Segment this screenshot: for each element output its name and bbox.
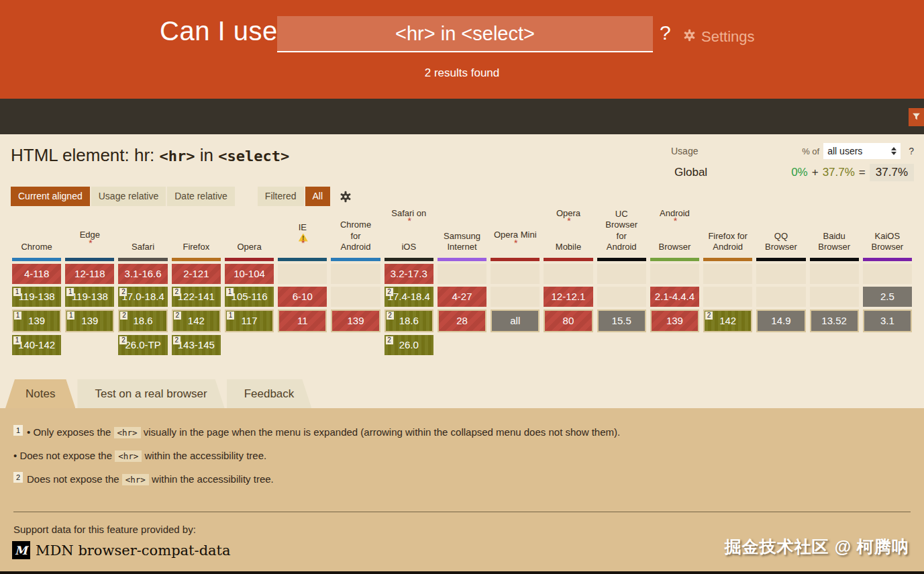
browser-name: KaiOSBrowser — [861, 213, 914, 258]
browser-column: KaiOSBrowser2.53.1 — [861, 213, 914, 355]
browser-name: Safari — [116, 213, 169, 258]
version-cell[interactable]: 18.62 — [118, 309, 167, 332]
version-cell[interactable]: 1422 — [172, 309, 221, 332]
browser-name: SamsungInternet — [435, 213, 489, 258]
browser-name: Chrome — [10, 213, 63, 258]
view-button-usage-relative[interactable]: Usage relative — [91, 187, 166, 206]
version-cell[interactable]: 28 — [438, 309, 486, 332]
asterisk-note-icon: * — [89, 238, 92, 250]
note-item: 1• Only exposes the <hr> visually in the… — [13, 423, 678, 442]
help-icon[interactable]: ? — [660, 21, 671, 44]
note-ref-badge: 1 — [66, 288, 74, 296]
version-cell[interactable]: 26.02 — [384, 335, 433, 355]
view-button-current-aligned[interactable]: Current aligned — [11, 187, 90, 206]
browser-name: Opera — [223, 213, 276, 258]
version-cell[interactable]: 122-1412 — [172, 287, 221, 307]
version-cell[interactable]: 12-118 — [65, 264, 114, 284]
tab-notes[interactable]: Notes — [5, 379, 75, 408]
version-cell[interactable]: 4-27 — [438, 287, 486, 307]
browser-underline — [438, 258, 486, 261]
settings-button[interactable]: Settings — [683, 28, 755, 46]
view-button-date-relative[interactable]: Date relative — [167, 187, 235, 206]
browser-name: Firefox forAndroid — [701, 213, 754, 258]
table-settings-gear-icon[interactable] — [340, 191, 352, 203]
version-cell[interactable]: 13.52 — [810, 309, 859, 332]
version-cell[interactable]: 139 — [650, 309, 699, 332]
version-cell — [756, 264, 805, 284]
version-cell — [278, 264, 327, 284]
version-cell — [331, 287, 380, 307]
asterisk-note-icon: * — [514, 238, 517, 250]
version-cell[interactable]: 105-1161 — [225, 287, 274, 307]
version-cell[interactable]: 4-118 — [12, 264, 61, 284]
version-cell[interactable]: 139 — [331, 309, 380, 332]
filter-button[interactable] — [909, 108, 924, 126]
version-cell[interactable]: 18.62 — [384, 309, 433, 332]
usage-total-pct: 37.7% — [870, 164, 914, 181]
version-cell — [225, 335, 274, 355]
site-title[interactable]: Can I use — [160, 16, 278, 46]
version-cell[interactable]: 140-1421 — [12, 335, 61, 355]
browser-underline — [810, 258, 859, 261]
collapsed-results-band — [0, 99, 924, 134]
note-item: 2Does not expose the <hr> within the acc… — [13, 470, 678, 489]
version-cell[interactable]: 80 — [544, 309, 593, 332]
version-cell[interactable]: 1422 — [703, 309, 752, 332]
version-cell[interactable]: 14.9 — [756, 309, 805, 332]
notes-section: 1• Only exposes the <hr> visually in the… — [0, 408, 924, 572]
version-cell[interactable]: 17.0-18.42 — [118, 287, 167, 307]
percent-of-label: % of — [802, 146, 819, 156]
note-ref-badge: 2 — [174, 312, 181, 320]
note-item: • Does not expose the <hr> within the ac… — [13, 446, 678, 465]
browser-name: Safari on*iOS — [382, 213, 435, 258]
search-input[interactable] — [277, 16, 653, 52]
version-cell — [703, 335, 752, 355]
version-cell — [703, 287, 752, 307]
version-cell[interactable]: 3.2-17.3 — [384, 264, 433, 284]
version-cell[interactable]: all — [491, 309, 540, 332]
version-cell — [597, 287, 646, 307]
asterisk-note-icon: * — [301, 238, 305, 250]
note-ref-badge: 2 — [705, 312, 713, 320]
note-ref-badge: 1 — [227, 312, 234, 320]
version-cell — [278, 335, 327, 355]
select-arrows-icon — [891, 147, 896, 155]
browser-column: Opera*Mobile12-12.180 — [542, 213, 595, 355]
tab-feedback[interactable]: Feedback — [227, 379, 312, 408]
version-cell[interactable]: 11 — [278, 309, 327, 332]
note-ref-badge: 2 — [120, 312, 127, 320]
version-cell[interactable]: 12-12.1 — [544, 287, 593, 307]
version-cell[interactable]: 119-1381 — [12, 287, 61, 307]
version-cell[interactable]: 15.5 — [597, 309, 646, 332]
version-cell[interactable]: 2.1-4.4.4 — [650, 287, 699, 307]
version-cell[interactable]: 119-1381 — [65, 287, 114, 307]
browser-column: BaiduBrowser13.52 — [808, 213, 861, 355]
browser-underline — [118, 258, 167, 261]
note-ref-badge: 2 — [119, 288, 127, 296]
version-cell[interactable]: 3.1 — [863, 309, 912, 332]
browser-underline — [650, 258, 699, 261]
version-cell[interactable]: 2-121 — [172, 264, 221, 284]
tab-test-on-a-real-browser[interactable]: Test on a real browser — [77, 379, 224, 408]
version-cell — [491, 287, 540, 307]
version-cell[interactable]: 3.1-16.6 — [118, 264, 167, 284]
mdn-link[interactable]: M MDN browser-compat-data — [12, 541, 231, 559]
version-cell[interactable]: 26.0-TP2 — [118, 335, 167, 355]
version-cell[interactable]: 1171 — [225, 309, 274, 332]
version-cell — [810, 264, 859, 284]
usage-help-icon[interactable]: ? — [909, 146, 914, 156]
version-cell[interactable]: 6-10 — [278, 287, 327, 307]
version-cell[interactable]: 10-104 — [225, 264, 274, 284]
version-cell[interactable]: 143-1452 — [172, 335, 221, 355]
browser-name: BaiduBrowser — [808, 213, 861, 258]
version-cell[interactable]: 2.5 — [863, 287, 912, 307]
view-button-filtered[interactable]: Filtered — [258, 187, 304, 206]
inline-code: <hr> — [115, 450, 142, 462]
version-cell[interactable]: 1391 — [65, 309, 114, 332]
notes-tabs: NotesTest on a real browserFeedback — [11, 379, 313, 408]
version-cell[interactable]: 1391 — [12, 309, 61, 332]
version-cell[interactable]: 17.4-18.42 — [384, 287, 433, 307]
view-button-all[interactable]: All — [305, 187, 331, 206]
usage-select[interactable]: all users — [823, 143, 901, 159]
browser-column: Safari on*iOS3.2-17.317.4-18.4218.6226.0… — [382, 213, 435, 355]
